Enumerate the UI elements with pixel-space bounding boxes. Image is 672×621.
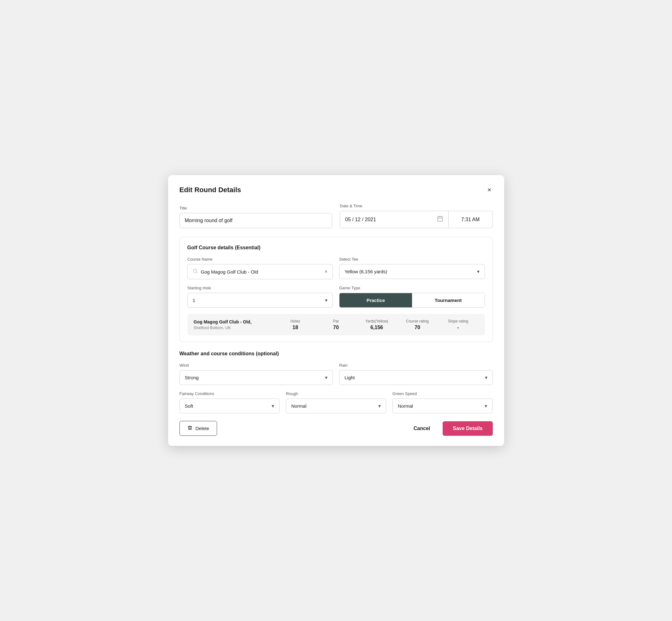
- select-tee-label: Select Tee: [339, 257, 485, 261]
- course-name-group: Course Name Gog Magog Golf Club - Old ×: [187, 257, 333, 279]
- title-field-group: Title: [179, 206, 333, 228]
- slope-rating-value: -: [438, 325, 478, 330]
- starting-hole-group: Starting Hole 1 ▾: [187, 286, 333, 308]
- datetime-label: Date & Time: [340, 204, 493, 208]
- select-tee-value: Yellow (6,156 yards): [344, 269, 387, 274]
- date-value: 05 / 12 / 2021: [345, 217, 376, 222]
- starting-hole-value: 1: [193, 298, 195, 303]
- rough-dropdown[interactable]: Normal ▾: [286, 399, 386, 413]
- date-input[interactable]: 05 / 12 / 2021: [340, 211, 449, 228]
- course-stat-yards: Yards(Yellow) 6,156: [356, 319, 397, 330]
- wind-group: Wind Strong ▾: [179, 363, 333, 385]
- search-icon: [193, 268, 198, 275]
- yards-value: 6,156: [356, 325, 397, 330]
- weather-section: Weather and course conditions (optional)…: [179, 351, 493, 413]
- starting-hole-label: Starting Hole: [187, 286, 333, 290]
- par-value: 70: [316, 325, 356, 330]
- course-stat-slope-rating: Slope rating -: [438, 319, 478, 330]
- chevron-down-icon-7: ▾: [485, 403, 487, 409]
- svg-line-5: [196, 272, 197, 273]
- calendar-icon: [437, 215, 443, 223]
- green-speed-value: Normal: [398, 403, 413, 409]
- chevron-down-icon-2: ▾: [325, 297, 328, 303]
- course-top-row: Course Name Gog Magog Golf Club - Old × …: [187, 257, 485, 279]
- game-type-group: Game Type Practice Tournament: [339, 286, 485, 308]
- rough-group: Rough Normal ▾: [286, 391, 386, 413]
- course-name-input[interactable]: Gog Magog Golf Club - Old ×: [187, 264, 333, 279]
- chevron-down-icon-4: ▾: [485, 375, 488, 380]
- fairway-value: Soft: [185, 403, 194, 409]
- modal-header: Edit Round Details ×: [179, 185, 493, 195]
- datetime-field-group: Date & Time 05 / 12 / 2021 7:31 AM: [340, 204, 493, 228]
- tournament-button[interactable]: Tournament: [412, 293, 485, 307]
- game-type-label: Game Type: [339, 286, 485, 290]
- trash-icon: [187, 425, 193, 431]
- time-input[interactable]: 7:31 AM: [449, 211, 493, 228]
- footer-right: Cancel Save Details: [409, 421, 493, 436]
- footer-row: Delete Cancel Save Details: [179, 421, 493, 436]
- close-button[interactable]: ×: [486, 185, 493, 195]
- modal-title: Edit Round Details: [179, 186, 241, 194]
- select-tee-dropdown[interactable]: Yellow (6,156 yards) ▾: [339, 264, 485, 279]
- fairway-label: Fairway Conditions: [179, 391, 280, 396]
- rough-label: Rough: [286, 391, 386, 396]
- cancel-button[interactable]: Cancel: [409, 422, 435, 436]
- slope-rating-label: Slope rating: [438, 319, 478, 323]
- wind-value: Strong: [185, 375, 199, 380]
- chevron-down-icon-6: ▾: [378, 403, 381, 409]
- wind-dropdown[interactable]: Strong ▾: [179, 370, 333, 385]
- svg-rect-0: [437, 216, 442, 221]
- green-speed-label: Green Speed: [392, 391, 493, 396]
- course-stat-course-rating: Course rating 70: [397, 319, 438, 330]
- top-row: Title Date & Time 05 / 12 / 2021 7:31 AM: [179, 204, 493, 228]
- green-speed-group: Green Speed Normal ▾: [392, 391, 493, 413]
- holes-value: 18: [275, 325, 316, 330]
- edit-round-modal: Edit Round Details × Title Date & Time 0…: [168, 175, 504, 446]
- starting-hole-dropdown[interactable]: 1 ▾: [187, 293, 333, 308]
- chevron-down-icon: ▾: [477, 268, 479, 275]
- title-input[interactable]: [179, 213, 333, 228]
- game-type-toggle: Practice Tournament: [339, 293, 485, 308]
- course-name-value: Gog Magog Golf Club - Old: [201, 269, 322, 275]
- delete-label: Delete: [196, 426, 209, 431]
- course-info-name-group: Gog Magog Golf Club - Old, Shelford Bott…: [194, 319, 275, 330]
- chevron-down-icon-3: ▾: [325, 375, 328, 380]
- course-info-name: Gog Magog Golf Club - Old,: [194, 319, 275, 324]
- datetime-inputs: 05 / 12 / 2021 7:31 AM: [340, 211, 493, 228]
- golf-course-section: Golf Course details (Essential) Course N…: [179, 237, 493, 342]
- course-name-label: Course Name: [187, 257, 333, 261]
- weather-row-1: Wind Strong ▾ Rain Light ▾: [179, 363, 493, 385]
- course-stat-holes: Holes 18: [275, 319, 316, 330]
- course-stat-par: Par 70: [316, 319, 356, 330]
- course-bottom-row: Starting Hole 1 ▾ Game Type Practice Tou…: [187, 286, 485, 308]
- chevron-down-icon-5: ▾: [271, 403, 274, 409]
- rain-value: Light: [344, 375, 355, 380]
- holes-label: Holes: [275, 319, 316, 323]
- course-info-location: Shelford Bottom, UK: [194, 325, 275, 330]
- delete-button[interactable]: Delete: [179, 421, 217, 436]
- rough-value: Normal: [291, 403, 306, 409]
- fairway-dropdown[interactable]: Soft ▾: [179, 399, 280, 413]
- practice-button[interactable]: Practice: [339, 293, 412, 307]
- weather-row-2: Fairway Conditions Soft ▾ Rough Normal ▾…: [179, 391, 493, 413]
- yards-label: Yards(Yellow): [356, 319, 397, 323]
- select-tee-group: Select Tee Yellow (6,156 yards) ▾: [339, 257, 485, 279]
- title-label: Title: [179, 206, 333, 210]
- course-rating-value: 70: [397, 325, 438, 330]
- save-button[interactable]: Save Details: [443, 421, 493, 436]
- time-value: 7:31 AM: [461, 217, 480, 222]
- golf-section-title: Golf Course details (Essential): [187, 245, 485, 251]
- course-info-row: Gog Magog Golf Club - Old, Shelford Bott…: [187, 314, 485, 335]
- weather-section-title: Weather and course conditions (optional): [179, 351, 493, 357]
- rain-group: Rain Light ▾: [339, 363, 493, 385]
- clear-icon[interactable]: ×: [325, 269, 328, 275]
- fairway-group: Fairway Conditions Soft ▾: [179, 391, 280, 413]
- par-label: Par: [316, 319, 356, 323]
- rain-dropdown[interactable]: Light ▾: [339, 370, 493, 385]
- course-rating-label: Course rating: [397, 319, 438, 323]
- green-speed-dropdown[interactable]: Normal ▾: [392, 399, 493, 413]
- wind-label: Wind: [179, 363, 333, 368]
- rain-label: Rain: [339, 363, 493, 368]
